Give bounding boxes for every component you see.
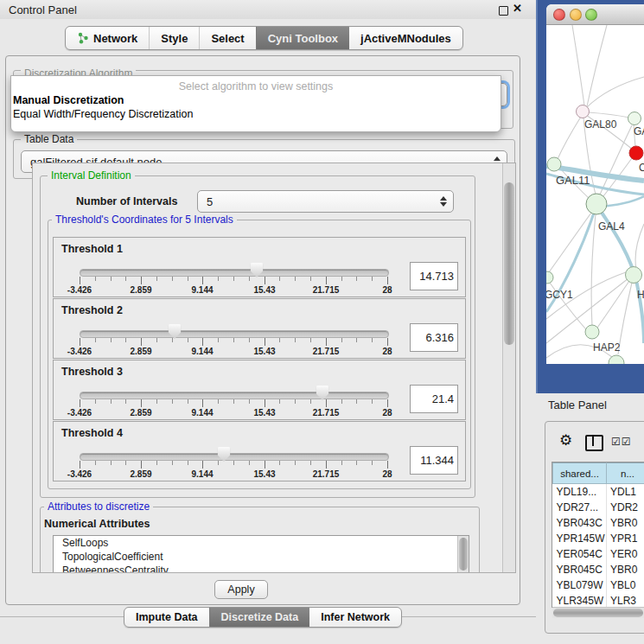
interval-definition-group: Interval Definition Number of Intervals …	[40, 175, 475, 498]
network-graph	[546, 25, 644, 364]
control-panel-tabs: Network Style Select Cyni Toolbox jActiv…	[65, 26, 463, 50]
table-row[interactable]: YDR27...YDR2	[553, 500, 644, 515]
algorithm-dropdown-popup: Select algorithm to view settings Manual…	[10, 75, 501, 132]
thresholds-group-title: Threshold's Coordinates for 5 Intervals	[52, 214, 237, 226]
network-window-titlebar	[546, 4, 644, 25]
split-columns-icon[interactable]	[585, 435, 603, 451]
tab-impute-data[interactable]: Impute Data	[124, 608, 209, 627]
slider-ticks	[80, 399, 388, 408]
node-label-partial: C	[639, 162, 644, 174]
cyni-toolbox-panel: Discretization Algorithm Table Data galF…	[5, 55, 520, 605]
slider-ticks	[80, 461, 388, 469]
tab-network[interactable]: Network	[66, 27, 149, 49]
cyni-mode-tabs: Impute Data Discretize Data Infer Networ…	[124, 607, 402, 628]
node-selected-red[interactable]	[629, 146, 643, 160]
column-header-shared-name[interactable]: shared...	[553, 463, 607, 484]
zoom-traffic-light-icon[interactable]	[585, 9, 597, 21]
node-label-hap2: HAP2	[593, 341, 620, 354]
threshold-slider[interactable]	[80, 330, 389, 338]
node-gal11[interactable]	[547, 157, 561, 171]
apply-button[interactable]: Apply	[214, 580, 268, 599]
attributes-group: Attributes to discretize Numerical Attri…	[40, 507, 480, 573]
table-row[interactable]: YBR045CYBR0	[553, 562, 644, 577]
threshold-slider[interactable]	[80, 269, 389, 277]
table-row[interactable]: YBL079WYBL0	[553, 577, 644, 593]
table-panel: ⚙ ☑☑ shared... n... YDL19...YDL1 YDR27..…	[545, 421, 644, 634]
list-item[interactable]: SelfLoops	[54, 536, 469, 550]
network-view-window: GAL80 GA GAL11 C GAL4 GCY1 H HAP2	[546, 4, 644, 364]
table-row[interactable]: YBR043CYBR0	[553, 515, 644, 531]
popup-option-manual-discretization[interactable]: Manual Discretization	[13, 93, 499, 107]
popup-option-equal-width[interactable]: Equal Width/Frequency Discretization	[13, 107, 499, 121]
table-data-title: Table Data	[21, 133, 77, 145]
list-scrollbar[interactable]	[457, 536, 469, 573]
tab-discretize-data[interactable]: Discretize Data	[209, 608, 310, 627]
select-columns-icon[interactable]: ☑☑	[611, 436, 632, 448]
node-label-gal80: GAL80	[584, 118, 616, 131]
table-hscrollbar[interactable]	[552, 607, 644, 618]
threshold-value-field[interactable]: 6.316	[410, 323, 458, 352]
table-row[interactable]: YPR145WYPR1	[553, 531, 644, 546]
slider-ticks	[80, 338, 388, 347]
node-label-gcy1: GCY1	[546, 289, 573, 301]
threshold-slider[interactable]	[80, 453, 389, 461]
control-panel-titlebar: Control Panel ✕	[0, 0, 536, 19]
node-hap2[interactable]	[585, 325, 599, 339]
tab-select[interactable]: Select	[199, 27, 255, 49]
numerical-attributes-label: Numerical Attributes	[44, 518, 150, 530]
window-title: Control Panel	[9, 3, 77, 16]
node-gal4[interactable]	[586, 194, 607, 214]
table-row[interactable]: YDL19...YDL1	[553, 484, 644, 501]
node-label-gal11: GAL11	[556, 174, 590, 187]
table-panel-title: Table Panel	[548, 399, 607, 411]
table-row[interactable]: YLR345WYLR3	[553, 593, 644, 608]
tab-style[interactable]: Style	[149, 27, 199, 49]
minimize-traffic-light-icon[interactable]	[570, 9, 582, 21]
list-item[interactable]: TopologicalCoefficient	[54, 550, 469, 564]
threshold-panel: Threshold 3 -3.426 2.859 9.144 15.43 21.…	[53, 360, 466, 420]
attributes-group-title: Attributes to discretize	[44, 501, 153, 513]
number-of-intervals-value: 5	[198, 195, 436, 208]
interval-definition-title: Interval Definition	[48, 169, 135, 182]
threshold-panel: Threshold 2 -3.426 2.859 9.144 15.43 21.…	[53, 298, 466, 359]
network-canvas[interactable]: GAL80 GA GAL11 C GAL4 GCY1 H HAP2	[546, 25, 644, 364]
close-traffic-light-icon[interactable]	[553, 9, 565, 21]
combo-arrows-icon	[436, 196, 451, 207]
threshold-value-field[interactable]: 14.713	[410, 262, 458, 290]
number-of-intervals-combobox[interactable]: 5	[197, 190, 454, 213]
thresholds-group: Threshold's Coordinates for 5 Intervals …	[48, 220, 471, 489]
threshold-slider[interactable]	[80, 392, 389, 399]
close-icon[interactable]: ✕	[513, 2, 522, 15]
popup-placeholder-item[interactable]: Select algorithm to view settings	[13, 80, 499, 93]
number-of-intervals-label: Number of Intervals	[76, 195, 177, 207]
gear-icon[interactable]: ⚙	[559, 433, 572, 449]
settings-scrollbar[interactable]	[502, 163, 515, 572]
threshold-label: Threshold 4	[61, 427, 123, 439]
table-row[interactable]: YER054CYER0	[553, 546, 644, 562]
tab-infer-network[interactable]: Infer Network	[309, 608, 401, 627]
threshold-label: Threshold 3	[61, 366, 123, 378]
column-header-name[interactable]: n...	[607, 463, 644, 484]
node-table: shared... n... YDL19...YDL1 YDR27...YDR2…	[552, 462, 644, 608]
node[interactable]	[628, 112, 641, 125]
threshold-value-field[interactable]: 11.344	[410, 446, 458, 475]
threshold-label: Threshold 2	[61, 304, 123, 316]
list-item[interactable]: BetweennessCentrality	[54, 564, 469, 573]
tab-jactivemnodules[interactable]: jActiveMNodules	[349, 27, 462, 49]
threshold-panel: Threshold 4 -3.426 2.859 9.144 15.43 21.…	[53, 421, 466, 481]
threshold-label: Threshold 1	[61, 243, 123, 255]
node-label-partial: H	[637, 289, 644, 301]
numerical-attributes-list[interactable]: SelfLoops TopologicalCoefficient Between…	[53, 535, 469, 573]
tab-cyni-toolbox[interactable]: Cyni Toolbox	[256, 27, 349, 49]
float-window-icon[interactable]	[499, 6, 508, 16]
node-gal80[interactable]	[577, 105, 590, 118]
threshold-value-field[interactable]: 21.4	[410, 385, 458, 413]
node-label-gal4: GAL4	[598, 220, 625, 233]
node-gcy1[interactable]	[546, 271, 553, 284]
settings-scrollpane: Interval Definition Number of Intervals …	[32, 163, 516, 573]
threshold-panel: Threshold 1 -3.426 2.859 9.144 15.43 21.…	[53, 237, 466, 297]
slider-ticks	[80, 277, 388, 285]
network-icon	[77, 32, 89, 44]
node[interactable]	[626, 267, 642, 284]
node-label-partial: GA	[634, 125, 644, 137]
